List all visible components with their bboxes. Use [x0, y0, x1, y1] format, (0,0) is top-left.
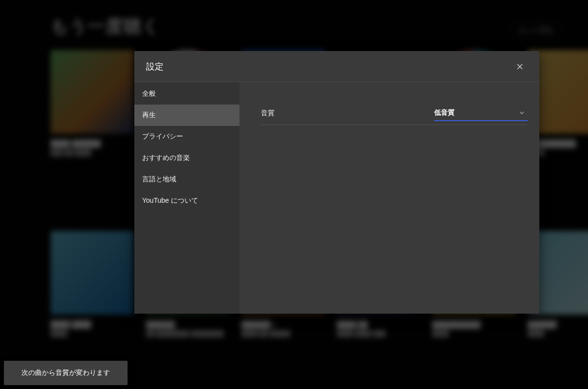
dialog-header: 設定: [134, 51, 539, 82]
chevron-down-icon: [518, 109, 526, 117]
select-value: 低音質: [434, 108, 455, 117]
dialog-sidebar: 全般 再生 プライバシー おすすめの音楽 言語と地域 YouTube について: [134, 82, 239, 314]
sidebar-item-recommendations[interactable]: おすすめの音楽: [134, 147, 239, 169]
audio-quality-select[interactable]: 低音質: [434, 106, 528, 121]
setting-label: 音質: [261, 109, 417, 118]
close-icon: [515, 62, 525, 71]
settings-dialog: 設定 全般 再生 プライバシー おすすめの音楽 言語と地域 YouTube につ…: [134, 51, 539, 314]
sidebar-item-label: 全般: [142, 89, 156, 98]
setting-row-audio-quality: 音質 低音質: [261, 102, 528, 125]
sidebar-item-label: 再生: [142, 111, 156, 120]
toast: 次の曲から音質が変わります: [4, 361, 128, 385]
sidebar-item-label: プライバシー: [142, 132, 183, 141]
dialog-content: 音質 低音質: [239, 82, 539, 314]
sidebar-item-label: 言語と地域: [142, 175, 176, 184]
sidebar-item-about-youtube[interactable]: YouTube について: [134, 190, 239, 212]
dialog-title: 設定: [146, 61, 512, 72]
dialog-body: 全般 再生 プライバシー おすすめの音楽 言語と地域 YouTube について …: [134, 82, 539, 314]
sidebar-item-label: YouTube について: [142, 196, 198, 205]
sidebar-item-language-region[interactable]: 言語と地域: [134, 169, 239, 190]
sidebar-item-general[interactable]: 全般: [134, 83, 239, 105]
sidebar-item-label: おすすめの音楽: [142, 154, 190, 162]
close-button[interactable]: [512, 59, 528, 74]
toast-message: 次の曲から音質が変わります: [21, 369, 110, 376]
sidebar-item-privacy[interactable]: プライバシー: [134, 126, 239, 147]
sidebar-item-playback[interactable]: 再生: [134, 105, 239, 126]
